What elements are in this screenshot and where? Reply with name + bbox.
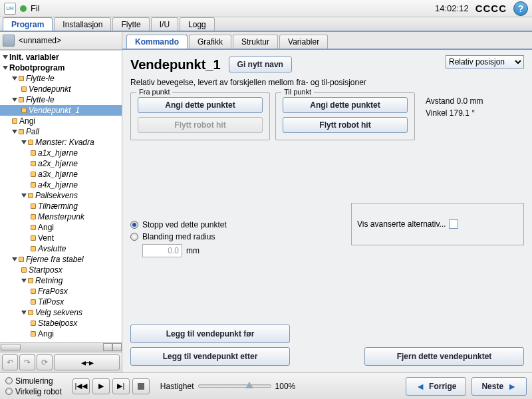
disk-icon[interactable] <box>3 35 15 47</box>
rename-button[interactable]: Gi nytt navn <box>229 57 292 72</box>
tree-node-label: Retning <box>35 276 63 285</box>
tree-node[interactable]: Mønsterpunk <box>0 211 122 222</box>
tree-node-label: Pallsekvens <box>35 191 78 200</box>
tree-node[interactable]: Flytte-le <box>0 94 122 105</box>
to-point-group: Til punkt Angi dette punktet Flytt robot… <box>275 92 415 140</box>
tree-node[interactable]: Stabelposx <box>0 318 122 329</box>
tab-log[interactable]: Logg <box>180 17 215 31</box>
tree-node[interactable]: Pallsekvens <box>0 190 122 201</box>
tree-node[interactable]: Pall <box>0 126 122 137</box>
remove-waypoint-button[interactable]: Fjern dette vendepunktet <box>364 347 524 366</box>
node-icon <box>31 214 36 219</box>
add-waypoint-after-button[interactable]: Legg til vendepunkt etter <box>130 347 290 366</box>
simulation-radio[interactable] <box>5 377 13 384</box>
tree-node-label: a1x_hjørne <box>38 148 78 158</box>
expand-icon[interactable] <box>21 194 27 198</box>
tree-node[interactable]: Startposx <box>0 265 122 275</box>
expand-icon[interactable] <box>12 257 17 261</box>
tree-node[interactable]: Mønster: Kvadra <box>0 137 122 148</box>
tab-move[interactable]: Flytte <box>112 17 149 31</box>
expand-icon[interactable] <box>21 140 27 144</box>
tree-node[interactable]: Tilnærming <box>0 201 122 211</box>
tree-node[interactable]: Avslutte <box>0 243 122 254</box>
advanced-options-box: Vis avanserte alternativ... <box>351 203 524 245</box>
node-icon <box>31 289 36 294</box>
node-icon <box>21 86 27 92</box>
scroll-right-icon[interactable] <box>112 343 122 351</box>
step-slider[interactable]: ◂---▸ <box>54 354 120 370</box>
tab-structure[interactable]: Struktur <box>233 35 278 49</box>
node-icon <box>19 97 24 102</box>
skip-back-icon[interactable]: |◀◀ <box>72 378 90 394</box>
tree-node[interactable]: Vendepunkt <box>0 84 122 94</box>
speed-thumb-icon[interactable] <box>245 382 253 388</box>
expand-icon[interactable] <box>21 279 27 283</box>
node-icon <box>28 193 33 198</box>
tree-node[interactable]: Velg sekvens <box>0 307 122 318</box>
tree-node[interactable]: a3x_hjørne <box>0 169 122 180</box>
help-icon[interactable]: ? <box>513 1 528 16</box>
expand-icon[interactable] <box>3 55 8 59</box>
blend-radius-input[interactable] <box>142 244 182 257</box>
playback-controls: |◀◀ ▶ ▶| <box>72 378 150 394</box>
tree-node[interactable]: FraPosx <box>0 286 122 297</box>
tree-node[interactable]: Angi <box>0 116 122 126</box>
node-icon <box>31 246 36 251</box>
tree-node[interactable]: Vent <box>0 233 122 243</box>
previous-button[interactable]: ◄Forrige <box>406 377 466 396</box>
tab-variables[interactable]: Variabler <box>279 35 328 49</box>
set-to-point-button[interactable]: Angi dette punktet <box>283 97 408 113</box>
expand-icon[interactable] <box>12 98 17 102</box>
tree-node[interactable]: Init. variabler <box>0 52 122 63</box>
move-here-to-button[interactable]: Flytt robot hit <box>283 117 408 133</box>
tab-command[interactable]: Kommando <box>126 35 188 49</box>
from-legend: Fra punkt <box>136 88 172 96</box>
tree-h-scrollbar[interactable] <box>0 342 122 352</box>
undo-button[interactable]: ↶ <box>2 354 18 370</box>
advanced-checkbox[interactable] <box>449 219 458 229</box>
tree-node[interactable]: TilPosx <box>0 297 122 307</box>
tree-node[interactable]: Vendepunkt_1 <box>0 105 122 116</box>
expand-icon[interactable] <box>12 76 17 80</box>
tree-node-label: Tilnærming <box>38 201 78 211</box>
redo-button[interactable]: ↷ <box>19 354 35 370</box>
tree-node[interactable]: Retning <box>0 275 122 286</box>
skip-fwd-icon[interactable]: ▶| <box>112 378 130 394</box>
refresh-button[interactable]: ⟳ <box>37 354 53 370</box>
tree-node[interactable]: Angi <box>0 329 122 339</box>
stop-at-point-radio[interactable] <box>130 221 138 229</box>
stop-icon[interactable] <box>132 378 150 394</box>
main-tabs: Program Installasjon Flytte I/U Logg <box>0 17 532 32</box>
to-legend: Til punkt <box>281 88 314 96</box>
expand-icon[interactable] <box>12 130 17 134</box>
play-icon[interactable]: ▶ <box>92 378 110 394</box>
position-type-select[interactable]: Relativ posisjon <box>446 55 524 68</box>
tree-node[interactable]: a4x_hjørne <box>0 180 122 190</box>
speed-slider[interactable] <box>198 384 271 388</box>
tree-node-label: a4x_hjørne <box>38 180 78 190</box>
program-tree[interactable]: Init. variablerRobotprogramFlytte-leVend… <box>0 50 122 342</box>
tree-node[interactable]: a2x_hjørne <box>0 158 122 169</box>
expand-icon[interactable] <box>3 66 8 70</box>
tree-node[interactable]: Robotprogram <box>0 63 122 73</box>
tab-installation[interactable]: Installasjon <box>54 17 111 31</box>
tree-node-label: Vendepunkt <box>29 84 71 94</box>
set-from-point-button[interactable]: Angi dette punktet <box>138 97 263 113</box>
expand-icon[interactable] <box>21 311 27 315</box>
tab-io[interactable]: I/U <box>151 17 178 31</box>
tree-node[interactable]: Flytte-le <box>0 73 122 84</box>
tree-node-label: Stabelposx <box>38 319 77 328</box>
scroll-left-icon[interactable] <box>103 343 112 351</box>
file-menu[interactable]: Fil <box>31 3 40 13</box>
tree-node[interactable]: a1x_hjørne <box>0 148 122 158</box>
real-robot-radio[interactable] <box>5 388 13 395</box>
next-button[interactable]: Neste► <box>471 377 527 396</box>
add-waypoint-before-button[interactable]: Legg til vendepunkt før <box>130 325 290 343</box>
blend-radius-radio[interactable] <box>130 233 138 241</box>
ur-logo-icon: UR <box>4 3 16 15</box>
tab-program[interactable]: Program <box>3 17 53 31</box>
tree-node[interactable]: Angi <box>0 222 122 233</box>
tab-graphics[interactable]: Grafikk <box>189 35 231 49</box>
scrollbar-thumb[interactable] <box>1 344 21 350</box>
tree-node[interactable]: Fjerne fra stabel <box>0 254 122 265</box>
